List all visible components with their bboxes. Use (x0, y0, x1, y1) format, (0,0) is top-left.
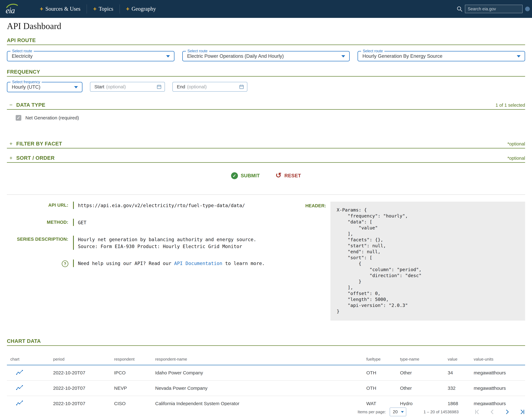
section-title-filter-facet: FILTER BY FACET (16, 141, 62, 147)
table-header-row: chart period respondent respondent-name … (7, 357, 525, 365)
chart-data-section: CHART DATA chart period respondent respo… (7, 338, 525, 411)
select-value: Hourly Generation By Energy Source (362, 53, 442, 59)
paginator-bar: Items per page: 20 1 – 20 of 14536983 (0, 406, 532, 418)
select-label: Select route (186, 49, 209, 53)
cell-respondent-name: Idaho Power Company (155, 365, 366, 381)
calendar-icon[interactable] (156, 84, 162, 89)
select-label: Select route (11, 49, 34, 53)
frequency-select[interactable]: Select frequency Hourly (UTC) (7, 82, 82, 92)
header-payload-box: X-Params: { "frequency": "hourly", "data… (331, 202, 525, 321)
items-per-page-value: 20 (393, 409, 398, 414)
column-header-respondent: respondent (114, 357, 155, 365)
cell-value-units: megawatthours (474, 365, 525, 381)
api-url-row: API URL: https://api.eia.gov/v2/electric… (7, 202, 295, 209)
expand-icon[interactable]: + (9, 141, 12, 146)
check-glyph: ✓ (17, 116, 20, 120)
net-generation-checkbox-row[interactable]: ✓ Net Generation (required) (16, 115, 525, 121)
table-row: 2022-10-20T07 IPCO Idaho Power Company O… (7, 365, 525, 381)
nav-item-label: Geography (132, 6, 156, 12)
search-icon[interactable] (456, 6, 463, 12)
frequency-section: FREQUENCY Select frequency Hourly (UTC) … (7, 69, 525, 92)
api-route-section: API ROUTE Select route Electricity Selec… (7, 37, 525, 61)
cell-respondent: IPCO (114, 365, 155, 381)
cell-value: 332 (448, 381, 474, 396)
nav-item-label: Sources & Uses (45, 6, 81, 12)
start-date-field[interactable]: Start (optional) (90, 82, 165, 92)
help-circle-icon[interactable]: ? (62, 260, 68, 267)
previous-page-icon[interactable] (489, 408, 496, 415)
search-input[interactable] (465, 5, 523, 13)
chevron-down-icon (401, 411, 404, 413)
start-date-label: Start (94, 84, 104, 89)
column-header-value-units: value-units (474, 357, 525, 365)
last-page-icon[interactable] (519, 408, 526, 415)
column-header-respondent-name: respondent-name (155, 357, 366, 365)
series-description-value: Hourly net generation by balancing autho… (78, 236, 256, 250)
expand-icon[interactable]: + (9, 155, 12, 161)
nav-item-geography[interactable]: + Geography (120, 4, 162, 13)
section-rule (7, 345, 525, 346)
start-date-placeholder: (optional) (106, 84, 126, 89)
api-documentation-link[interactable]: API Documentation (174, 261, 222, 266)
cell-type-name: Other (400, 381, 448, 396)
cell-value-units: megawatthours (474, 381, 525, 396)
series-description-row: SERIES DESCRIPTION: Hourly net generatio… (7, 236, 295, 250)
select-value: Electricity (12, 53, 33, 59)
eia-logo[interactable]: eia (6, 3, 18, 15)
help-row: ? Need help using our API? Read our API … (7, 259, 295, 267)
check-circle-icon: ✓ (231, 172, 238, 179)
optional-note: *optional (507, 141, 525, 147)
select-label: Select frequency (11, 80, 42, 84)
submit-button[interactable]: ✓ SUBMIT (231, 172, 260, 179)
main-nav: + Sources & Uses + Topics + Geography (33, 0, 162, 18)
cell-fueltype: OTH (366, 365, 400, 381)
column-header-value: value (448, 357, 474, 365)
section-rule (7, 162, 525, 163)
nav-item-topics[interactable]: + Topics (87, 4, 120, 13)
chart-line-icon[interactable] (16, 385, 23, 390)
optional-note: *optional (507, 156, 525, 161)
chevron-down-icon (341, 55, 345, 58)
route-select-2[interactable]: Select route Electric Power Operations (… (182, 51, 350, 61)
first-page-icon[interactable] (474, 408, 481, 415)
data-type-section: − DATA TYPE 1 of 1 selected ✓ Net Genera… (7, 102, 525, 121)
logo-text: eia (6, 6, 15, 15)
calendar-icon[interactable] (239, 84, 244, 89)
chart-line-icon[interactable] (16, 400, 23, 406)
checkbox-label: Net Generation (required) (25, 115, 79, 120)
nav-item-label: Topics (99, 6, 113, 12)
end-date-label: End (177, 84, 185, 89)
select-value: Electric Power Operations (Daily And Hou… (187, 53, 284, 59)
next-page-icon[interactable] (504, 408, 511, 415)
section-rule (7, 109, 525, 110)
chart-line-icon[interactable] (16, 370, 23, 375)
end-date-field[interactable]: End (optional) (172, 82, 247, 92)
route-select-1[interactable]: Select route Electricity (7, 51, 175, 61)
items-per-page-label: Items per page: (357, 409, 386, 414)
column-header-period: period (53, 357, 114, 365)
cell-period: 2022-10-20T07 (53, 365, 114, 381)
collapse-icon[interactable]: − (9, 102, 12, 107)
page-title: API Dashboard (7, 21, 525, 31)
reset-button[interactable]: ↺ RESET (275, 172, 301, 179)
form-actions: ✓ SUBMIT ↺ RESET (7, 172, 525, 179)
floating-widget-icon[interactable] (525, 7, 530, 11)
checkbox-checked-icon[interactable]: ✓ (16, 115, 21, 121)
api-url-label: API URL: (7, 202, 68, 209)
selected-count: 1 of 1 selected (496, 103, 525, 108)
section-rule (7, 45, 525, 45)
cell-value: 34 (448, 365, 474, 381)
plus-icon: + (93, 6, 97, 12)
pager-controls (474, 408, 526, 415)
header-payload: X-Params: { "frequency": "hourly", "data… (337, 207, 519, 314)
items-per-page-select[interactable]: 20 (390, 407, 406, 416)
cell-respondent: NEVP (114, 381, 155, 396)
help-text: Need help using our API? Read our API Do… (78, 259, 265, 267)
submit-label: SUBMIT (241, 173, 260, 179)
route-select-3[interactable]: Select route Hourly Generation By Energy… (357, 51, 525, 61)
section-title-frequency: FREQUENCY (7, 69, 40, 75)
column-header-fueltype: fueltype (366, 357, 400, 365)
nav-item-sources-uses[interactable]: + Sources & Uses (33, 4, 87, 13)
method-value: GET (78, 219, 86, 226)
select-label: Select route (361, 49, 384, 53)
